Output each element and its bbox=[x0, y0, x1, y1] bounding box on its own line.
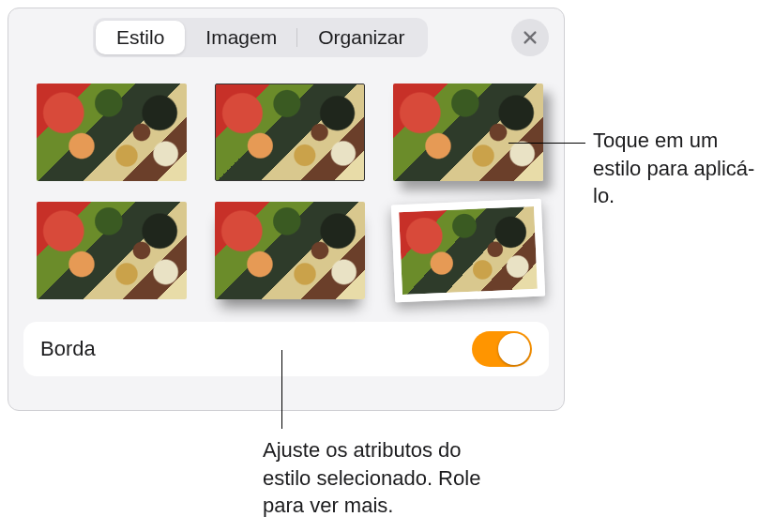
callout-attributes: Ajuste os atributos do estilo selecionad… bbox=[263, 436, 507, 520]
style-thumbnail[interactable] bbox=[391, 199, 545, 303]
border-option-row: Borda bbox=[40, 322, 532, 376]
style-thumbnail[interactable] bbox=[393, 84, 543, 181]
tab-style[interactable]: Estilo bbox=[96, 21, 185, 54]
style-preview-image bbox=[215, 84, 365, 181]
style-preview-image bbox=[393, 84, 543, 181]
callout-leader-line bbox=[281, 350, 282, 429]
style-thumbnail[interactable] bbox=[215, 202, 365, 299]
callout-leader-line bbox=[508, 143, 585, 144]
style-preview-image bbox=[37, 202, 187, 299]
style-preview-image bbox=[37, 84, 187, 181]
tab-bar: Estilo Imagem Organizar bbox=[8, 8, 564, 67]
style-options-card: Borda bbox=[23, 322, 549, 376]
segmented-control: Estilo Imagem Organizar bbox=[93, 18, 428, 57]
style-preview-image bbox=[215, 202, 365, 299]
border-toggle[interactable] bbox=[472, 331, 532, 367]
style-thumbnail[interactable] bbox=[37, 84, 187, 181]
style-thumbnails-grid bbox=[8, 67, 564, 309]
tab-arrange[interactable]: Organizar bbox=[297, 21, 425, 54]
tab-image[interactable]: Imagem bbox=[185, 21, 297, 54]
style-thumbnail[interactable] bbox=[37, 202, 187, 299]
toggle-knob bbox=[498, 333, 530, 365]
format-panel: Estilo Imagem Organizar Borda bbox=[8, 8, 565, 411]
style-preview-image bbox=[391, 199, 545, 303]
border-label: Borda bbox=[40, 337, 96, 361]
close-icon bbox=[522, 29, 539, 46]
callout-style-tap: Toque em um estilo para aplicá-lo. bbox=[593, 127, 762, 210]
style-thumbnail[interactable] bbox=[215, 84, 365, 181]
close-button[interactable] bbox=[511, 19, 549, 56]
